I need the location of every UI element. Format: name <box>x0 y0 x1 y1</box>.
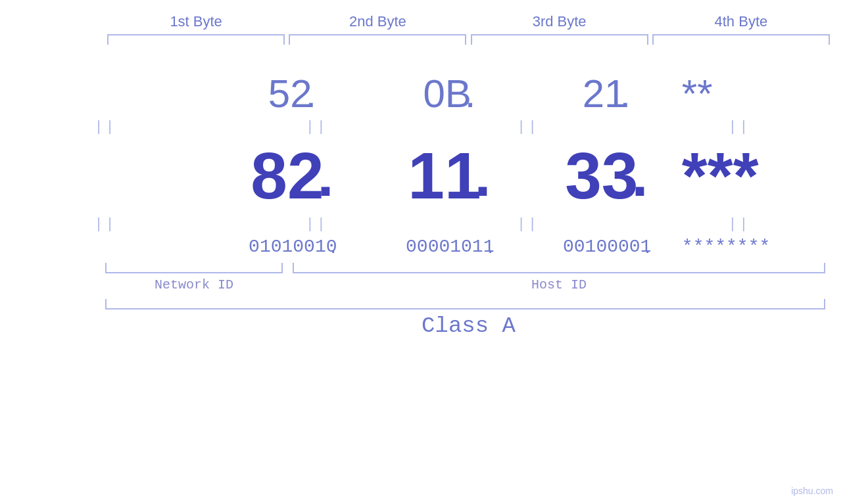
byte4-header: 4th Byte <box>652 13 830 30</box>
bin-b1: 01010010 <box>249 237 337 257</box>
pipe-2-b1: || <box>17 216 195 233</box>
dec-b2: 11 <box>408 138 481 214</box>
hex-b2-group: 0B . <box>368 71 525 116</box>
main-container: 1st Byte 2nd Byte 3rd Byte 4th Byte 16 H… <box>0 0 845 504</box>
network-bracket <box>105 263 283 273</box>
bin-b2-group: 00001011 . <box>368 235 525 258</box>
network-id-label: Network ID <box>105 277 283 292</box>
pipe-2-b3: || <box>439 216 617 233</box>
hex-dot-2: . <box>465 71 476 116</box>
hex-b1-group: 52 . <box>210 71 368 116</box>
bin-dot-2: . <box>487 235 493 258</box>
watermark: ipshu.com <box>791 486 833 496</box>
hex-section: 16 HEX 52 . 0B . 21 . ** <box>0 71 845 116</box>
pipe-row-2: || || || || <box>0 216 845 233</box>
hex-b2: 0B <box>423 71 471 116</box>
pipe-2-b4: || <box>650 216 828 233</box>
hex-dot-1: . <box>306 71 317 116</box>
class-bracket <box>105 299 825 309</box>
hex-values-row: 52 . 0B . 21 . ** <box>105 71 832 116</box>
byte1-header: 1st Byte <box>107 13 285 30</box>
bracket-b3 <box>471 34 648 45</box>
pipe-1-b3: || <box>439 119 617 135</box>
dec-b2-group: 11 . <box>368 138 525 214</box>
dec-dot-1: . <box>318 142 334 210</box>
bin-section: 2 BIN 01010010 . 00001011 . 00100001 . *… <box>0 235 845 258</box>
byte-headers: 1st Byte 2nd Byte 3rd Byte 4th Byte <box>0 13 845 30</box>
bracket-b2 <box>289 34 466 45</box>
dec-section: 10 DEC 82 . 11 . 33 . *** <box>0 138 845 214</box>
bin-b3: 00100001 <box>563 237 651 257</box>
bin-values-row: 01010010 . 00001011 . 00100001 . *******… <box>105 235 832 258</box>
hex-b4: ** <box>682 72 713 116</box>
dec-b4-group: *** <box>682 138 819 214</box>
host-id-label: Host ID <box>293 277 825 292</box>
class-label-row: Class A <box>0 313 845 338</box>
byte3-header: 3rd Byte <box>471 13 648 30</box>
bracket-b4 <box>652 34 830 45</box>
bin-b4: ******** <box>682 237 770 257</box>
dec-b1-group: 82 . <box>210 138 368 214</box>
bin-b4-group: ******** <box>682 237 819 257</box>
pipe-2-b2: || <box>228 216 406 233</box>
dec-b4: *** <box>682 139 759 212</box>
dec-b1: 82 <box>251 138 324 214</box>
dec-dot-3: . <box>631 142 648 210</box>
bin-dot-3: . <box>644 235 650 258</box>
id-labels: Network ID Host ID <box>0 277 845 292</box>
bottom-brackets <box>0 263 845 273</box>
pipe-1-b2: || <box>228 119 406 135</box>
bin-dot-1: . <box>331 235 336 258</box>
host-bracket <box>293 263 825 273</box>
pipe-1-b4: || <box>650 119 828 135</box>
dec-b3-group: 33 . <box>525 138 682 214</box>
hex-b3-group: 21 . <box>525 71 682 116</box>
byte2-header: 2nd Byte <box>289 13 466 30</box>
top-brackets <box>0 34 845 45</box>
bin-b2: 00001011 <box>406 237 494 257</box>
class-label: Class A <box>109 313 829 338</box>
dec-values-row: 82 . 11 . 33 . *** <box>105 138 832 214</box>
hex-b4-group: ** <box>682 71 819 116</box>
bin-b1-group: 01010010 . <box>210 235 368 258</box>
class-bracket-row <box>0 299 845 309</box>
bracket-b1 <box>107 34 285 45</box>
dec-dot-2: . <box>475 142 491 210</box>
pipe-1-b1: || <box>17 119 195 135</box>
pipe-row-1: || || || || <box>0 119 845 135</box>
bin-b3-group: 00100001 . <box>525 235 682 258</box>
dec-b3: 33 <box>565 138 638 214</box>
hex-dot-3: . <box>619 71 631 116</box>
